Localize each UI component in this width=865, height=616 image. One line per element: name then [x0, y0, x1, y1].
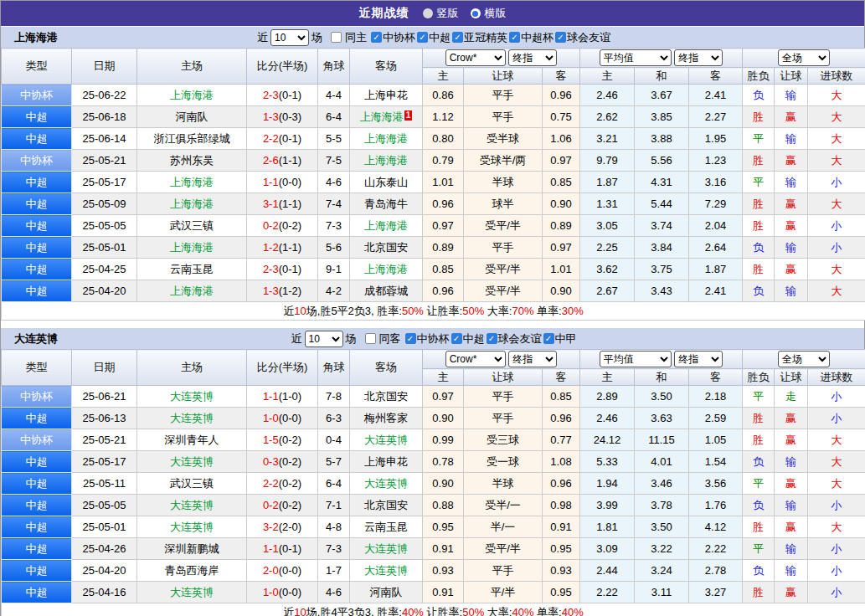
avg-home: 3.09: [580, 538, 635, 560]
avg-draw: 11.15: [635, 429, 689, 451]
away-team: 青岛海牛: [350, 193, 423, 215]
league-checkbox-3[interactable]: ✓: [543, 333, 554, 344]
match-date: 25-06-21: [72, 386, 137, 408]
result-goals: 小: [808, 172, 865, 193]
result-outcome: 平: [743, 172, 775, 193]
scope-select[interactable]: 全场: [778, 49, 830, 66]
recent-count-select[interactable]: 10: [270, 29, 309, 46]
home-team-name: 上海海港: [170, 176, 214, 188]
league-checkbox-0[interactable]: ✓: [371, 32, 382, 43]
summary-segment: 40%: [562, 606, 584, 616]
league-checkbox-0[interactable]: ✓: [405, 333, 416, 344]
avg-home: 3.99: [580, 495, 635, 516]
avg-away: 2.18: [689, 386, 743, 408]
radio-option-vertical[interactable]: 竖版: [423, 6, 459, 21]
odds-away: 1.08: [543, 451, 580, 473]
result-outcome: 负: [743, 280, 775, 302]
summary-row: 近10场,胜5平2负3, 胜率:50% 让胜率:50% 大率:70% 单率:30…: [2, 302, 865, 321]
match-row: 中超25-04-20上海海港1-3(1-2)4-2成都蓉城0.96受平/半0.9…: [2, 280, 865, 302]
league-checkbox-2[interactable]: ✓: [452, 32, 463, 43]
odds-stage-select[interactable]: 终指: [508, 351, 557, 367]
avg-home: 24.12: [580, 429, 635, 451]
home-team-name: 深圳青年人: [165, 434, 219, 446]
column-header-0: 类型: [2, 49, 72, 85]
odds-company-select[interactable]: Crow*: [445, 351, 506, 367]
match-row: 中超25-05-05大连英博0-2(0-2)7-1北京国安0.88受半/一0.9…: [2, 495, 865, 516]
home-team: 大连英博: [137, 495, 247, 516]
odds-handicap: 平手: [464, 106, 543, 128]
result-handicap: 输: [775, 538, 808, 560]
score-cell: 3-1(1-1): [247, 193, 318, 215]
avg-home: 2.25: [580, 237, 635, 259]
avg-away: 2.59: [689, 408, 743, 429]
result-handicap: 赢: [775, 215, 808, 237]
odds-company-select[interactable]: Crow*: [445, 49, 506, 66]
match-row: 中超25-05-01大连英博3-2(2-0)4-8云南玉昆0.95半/一0.91…: [2, 516, 865, 538]
result-goals: 大: [808, 193, 865, 215]
score-cell: 1-3(0-3): [247, 106, 318, 128]
games-label: 场: [346, 331, 357, 346]
result-goals: 小: [808, 538, 865, 560]
league-checkbox-3[interactable]: ✓: [509, 32, 520, 43]
odds-stage-select[interactable]: 终指: [508, 49, 557, 66]
half-time-score: (0-0): [279, 564, 301, 577]
avg-away: 4.12: [689, 516, 743, 538]
avg-home: 2.46: [580, 408, 635, 429]
score-cell: 0-3(0-2): [247, 451, 318, 473]
average-label-select[interactable]: 平均值: [600, 351, 672, 367]
avg-draw: 3.84: [635, 237, 689, 259]
result-handicap: 输: [775, 128, 808, 150]
away-team-name: 上海海港: [364, 154, 408, 167]
home-team: 上海海港: [137, 280, 247, 302]
summary-segment: 30%: [562, 305, 584, 317]
result-outcome: 胜: [743, 429, 775, 451]
column-header-1: 日期: [72, 350, 137, 386]
match-type: 中协杯: [2, 85, 72, 106]
average-stage-select[interactable]: 终指: [674, 351, 723, 367]
corner-score: 7-4: [318, 193, 350, 215]
result-outcome: 负: [743, 85, 775, 106]
odds-home: 0.90: [423, 408, 464, 429]
average-stage-select[interactable]: 终指: [674, 49, 723, 66]
league-checkbox-1[interactable]: ✓: [417, 32, 428, 43]
radio-icon-horizontal: [471, 8, 481, 18]
match-row: 中超25-04-20青岛西海岸2-0(0-0)1-7大连英博0.93平手0.93…: [2, 560, 865, 582]
away-team: 大连英博: [350, 538, 423, 560]
avg-draw: 3.11: [635, 582, 689, 603]
avg-away: 2.04: [689, 215, 743, 237]
odds-handicap: 平手: [464, 408, 543, 429]
league-checkbox-1[interactable]: ✓: [451, 333, 462, 344]
result-outcome: 负: [743, 560, 775, 582]
result-outcome: 胜: [743, 516, 775, 538]
corner-score: 7-3: [318, 215, 350, 237]
radio-option-horizontal[interactable]: 横版: [471, 6, 507, 21]
odds-away: 0.96: [543, 408, 580, 429]
half-time-score: (0-1): [279, 263, 301, 275]
same-venue-checkbox[interactable]: [365, 333, 376, 344]
recent-count-select[interactable]: 10: [305, 331, 343, 347]
match-type: 中超: [2, 582, 72, 603]
match-type: 中协杯: [2, 429, 72, 451]
odds-handicap: 受平/半: [464, 215, 543, 237]
league-checkbox-4[interactable]: ✓: [555, 32, 566, 43]
scope-select[interactable]: 全场: [778, 351, 830, 367]
odds-home: 0.96: [423, 193, 464, 215]
column-header-0: 类型: [2, 350, 72, 386]
match-row: 中协杯25-06-21大连英博1-1(1-0)7-8北京国安0.97平手0.85…: [2, 386, 865, 408]
league-checkbox-2[interactable]: ✓: [487, 333, 497, 344]
score-cell: 1-1(1-0): [247, 386, 318, 408]
half-time-score: (1-2): [279, 285, 301, 297]
odds-handicap: 受平/半: [464, 280, 543, 302]
average-label-select[interactable]: 平均值: [600, 49, 672, 66]
away-team-name: 梅州客家: [364, 412, 408, 424]
sub-header-1: 让球: [464, 369, 543, 386]
team-section: 上海海港近10场同主✓中协杯✓中超✓亚冠精英✓中超杯✓球会友谊类型日期主场比分(…: [1, 26, 864, 321]
same-venue-checkbox[interactable]: [331, 32, 342, 43]
summary-segment: 近: [283, 305, 294, 317]
result-goals: 大: [808, 106, 865, 128]
column-header-3: 比分(半场): [247, 49, 318, 85]
score-cell: 2-3(0-1): [247, 85, 318, 106]
home-team-name: 大连英博: [170, 412, 214, 424]
odds-away: 0.95: [543, 538, 580, 560]
half-time-score: (1-1): [279, 198, 301, 210]
